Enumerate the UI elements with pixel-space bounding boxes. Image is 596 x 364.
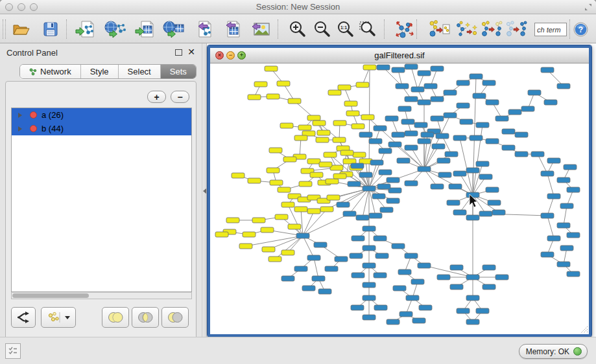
control-panel-title: Control Panel bbox=[6, 48, 58, 58]
help-button[interactable]: ? bbox=[571, 17, 590, 41]
network-view[interactable] bbox=[210, 63, 589, 334]
save-session-button[interactable] bbox=[38, 17, 64, 41]
svg-text:1:1: 1:1 bbox=[340, 25, 347, 30]
apply-preferred-layout-button[interactable] bbox=[392, 17, 418, 41]
new-network-from-selection-all-edges-button[interactable] bbox=[479, 17, 505, 41]
first-neighbors-of-selected-button[interactable] bbox=[425, 17, 451, 41]
toolbar-separator bbox=[384, 19, 385, 39]
network-window-titlebar[interactable]: × − + galFiltered.sif bbox=[210, 48, 589, 63]
search-input[interactable] bbox=[534, 23, 567, 36]
export-network-button[interactable] bbox=[191, 17, 217, 41]
tab-sets[interactable]: Sets bbox=[161, 65, 196, 78]
set-color-icon bbox=[30, 125, 37, 132]
open-session-button[interactable] bbox=[8, 17, 34, 41]
toolbar-separator bbox=[569, 19, 570, 39]
new-network-from-selection-selected-edges-button[interactable] bbox=[503, 17, 529, 41]
control-panel-header: Control Panel ✕ bbox=[0, 43, 202, 62]
memory-status-icon bbox=[573, 347, 582, 356]
set-row[interactable]: a (26) bbox=[12, 108, 191, 122]
select-from-file-button[interactable] bbox=[454, 17, 480, 41]
export-image-button[interactable] bbox=[246, 17, 272, 41]
network-window[interactable]: × − + galFiltered.sif bbox=[208, 45, 591, 337]
app-window: Session: New Session bbox=[0, 0, 596, 364]
collapse-panel-icon[interactable] bbox=[203, 188, 206, 194]
window-titlebar: Session: New Session bbox=[0, 0, 596, 14]
import-table-url-button[interactable] bbox=[161, 17, 187, 41]
tab-network[interactable]: Network bbox=[20, 65, 81, 78]
sets-list: a (26) b (44) bbox=[11, 108, 192, 292]
toolbar-separator bbox=[66, 19, 67, 39]
horizontal-scrollbar[interactable] bbox=[11, 292, 192, 299]
export-table-button[interactable] bbox=[219, 17, 245, 41]
status-bar: Memory: OK bbox=[0, 337, 596, 364]
control-panel-tabs: Network Style Select Sets bbox=[19, 64, 197, 79]
main-area: Control Panel ✕ Network Style Select bbox=[0, 43, 596, 337]
import-table-file-button[interactable] bbox=[132, 17, 158, 41]
intersection-venn-icon bbox=[137, 311, 154, 324]
network-tab-icon bbox=[29, 68, 37, 76]
tab-label: Style bbox=[90, 67, 109, 76]
import-network-file-button[interactable] bbox=[73, 17, 99, 41]
scrollbar-thumb[interactable] bbox=[12, 293, 89, 298]
close-panel-icon[interactable]: ✕ bbox=[187, 47, 195, 57]
add-set-button[interactable]: + bbox=[147, 91, 166, 103]
union-sets-button[interactable] bbox=[102, 307, 129, 328]
task-list-icon bbox=[8, 346, 18, 356]
network-window-title: galFiltered.sif bbox=[210, 51, 589, 60]
svg-text:?: ? bbox=[578, 25, 582, 34]
memory-status-label: Memory: OK bbox=[526, 347, 569, 356]
zoom-in-button[interactable] bbox=[287, 17, 309, 41]
remove-set-button[interactable]: − bbox=[171, 91, 189, 103]
intersect-sets-button[interactable] bbox=[132, 307, 159, 328]
set-label: b (44) bbox=[42, 124, 64, 133]
network-canvas bbox=[210, 63, 589, 334]
task-history-button[interactable] bbox=[5, 343, 21, 359]
zoom-out-button[interactable] bbox=[311, 17, 333, 41]
split-set-button[interactable] bbox=[11, 307, 36, 328]
float-panel-icon[interactable] bbox=[175, 49, 182, 56]
toolbar-separator bbox=[278, 19, 278, 39]
zoom-fit-selected-button[interactable] bbox=[357, 17, 379, 41]
tab-label: Select bbox=[128, 67, 151, 76]
difference-sets-button[interactable] bbox=[161, 307, 189, 328]
import-network-url-button[interactable] bbox=[102, 17, 128, 41]
tab-label: Network bbox=[40, 67, 71, 76]
tab-select[interactable]: Select bbox=[119, 65, 161, 78]
main-toolbar: 1:1 bbox=[0, 15, 596, 43]
set-row[interactable]: b (44) bbox=[12, 122, 191, 135]
difference-venn-icon bbox=[167, 311, 184, 324]
set-color-icon bbox=[30, 111, 37, 119]
expand-arrow-icon[interactable] bbox=[18, 113, 22, 118]
toolbar-drag-handle[interactable] bbox=[3, 19, 6, 39]
sets-actions bbox=[6, 307, 196, 333]
tab-label: Sets bbox=[170, 67, 187, 76]
window-title: Session: New Session bbox=[0, 2, 596, 12]
network-desktop: × − + galFiltered.sif bbox=[207, 43, 596, 337]
dropdown-caret-icon bbox=[64, 315, 71, 320]
set-label: a (26) bbox=[42, 110, 64, 120]
expand-arrow-icon[interactable] bbox=[18, 126, 22, 131]
toolbar-separator bbox=[416, 19, 417, 39]
control-panel: Control Panel ✕ Network Style Select bbox=[0, 43, 202, 337]
panel-splitter[interactable] bbox=[202, 43, 207, 337]
zoom-actual-size-button[interactable]: 1:1 bbox=[335, 17, 357, 41]
sets-panel: + − a (26) b (44) bbox=[5, 81, 197, 364]
split-arrows-icon bbox=[16, 311, 30, 324]
memory-status-button[interactable]: Memory: OK bbox=[519, 344, 588, 359]
fullscreen-icon[interactable] bbox=[584, 3, 592, 11]
resize-grip-icon[interactable] bbox=[579, 324, 588, 334]
create-set-from-network-dropdown-button[interactable] bbox=[41, 307, 76, 328]
tab-style[interactable]: Style bbox=[81, 65, 119, 78]
yellow-network-icon bbox=[47, 311, 62, 324]
union-venn-icon bbox=[107, 311, 124, 324]
